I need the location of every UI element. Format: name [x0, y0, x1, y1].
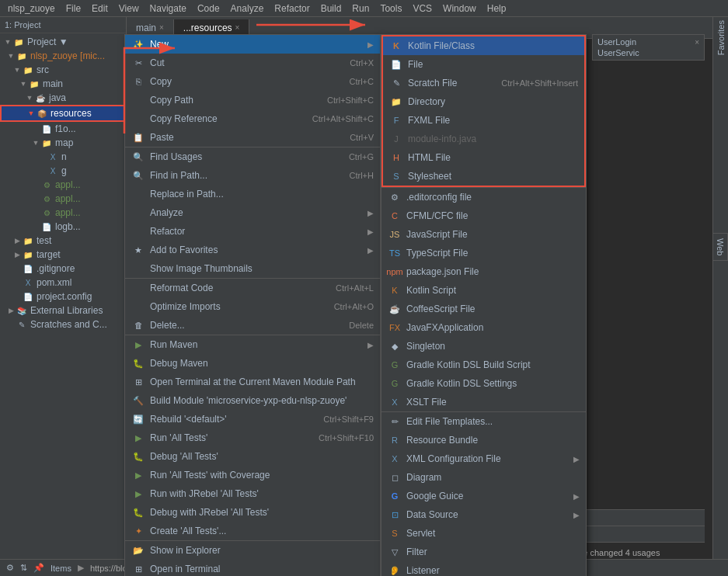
- sub-xml-config[interactable]: X XML Configuration File ▶: [381, 449, 586, 468]
- sub-listener[interactable]: 👂 Listener: [381, 561, 586, 576]
- web-tab[interactable]: Web: [712, 233, 728, 261]
- ctx-find-path[interactable]: 🔍 Find in Path... Ctrl+H: [125, 166, 380, 185]
- ctx-refactor[interactable]: Refactor ▶: [125, 222, 380, 241]
- sub-servlet[interactable]: S Servlet: [381, 524, 586, 543]
- ctx-replace[interactable]: Replace in Path...: [125, 185, 380, 203]
- sub-xslt[interactable]: X XSLT File: [381, 393, 586, 411]
- ctx-coverage[interactable]: ▶ Run 'All Tests' with Coverage: [125, 466, 380, 484]
- sub-package-json[interactable]: npm package.json File: [381, 262, 586, 281]
- tree-file1[interactable]: 📄 f1o...: [0, 122, 126, 136]
- ctx-open-in-terminal[interactable]: ⊞ Open in Terminal: [125, 560, 380, 576]
- tree-mapper-g[interactable]: X g: [0, 164, 126, 178]
- sub-kotlin-script[interactable]: K Kotlin Script: [381, 281, 586, 300]
- ctx-run-tests[interactable]: ▶ Run 'All Tests' Ctrl+Shift+F10: [125, 429, 380, 447]
- sub-filter[interactable]: ▽ Filter: [381, 543, 586, 561]
- tree-project-config[interactable]: 📄 project.config: [0, 290, 126, 304]
- tree-pom[interactable]: X pom.xml: [0, 276, 126, 290]
- sub-editorconfig[interactable]: ⚙ .editorconfig file: [381, 187, 586, 206]
- tree-ext-lib[interactable]: ▶ 📚 External Libraries: [0, 304, 126, 317]
- ctx-analyze[interactable]: Analyze ▶: [125, 203, 380, 222]
- ctx-optimize[interactable]: Optimize Imports Ctrl+Alt+O: [125, 297, 380, 316]
- items-expand-icon[interactable]: ▶: [78, 563, 84, 573]
- ctx-copy-ref[interactable]: Copy Reference Ctrl+Alt+Shift+C: [125, 109, 380, 128]
- sub-kotlin-class[interactable]: K Kotlin File/Class: [383, 36, 584, 55]
- sub-edit-templates[interactable]: ✏ Edit File Templates...: [381, 411, 586, 431]
- ctx-build-module[interactable]: 🔨 Build Module 'microservice-yxp-edu-nls…: [125, 391, 380, 410]
- ctx-debug-maven[interactable]: 🐛 Debug Maven: [125, 354, 380, 373]
- ctx-jrebel-debug[interactable]: 🐛 Debug with JRebel 'All Tests': [125, 503, 380, 522]
- sub-typescript[interactable]: TS TypeScript File: [381, 244, 586, 262]
- sub-cfml[interactable]: C CFML/CFC file: [381, 206, 586, 225]
- sub-module-info[interactable]: J module-info.java: [383, 130, 584, 148]
- tree-main[interactable]: ▼ 📁 main: [0, 77, 126, 91]
- sub-diagram[interactable]: ◻ Diagram: [381, 468, 586, 487]
- tree-mapper[interactable]: ▼ 📁 map: [0, 136, 126, 150]
- sub-javascript[interactable]: JS JavaScript File: [381, 225, 586, 244]
- ctx-find-usages[interactable]: 🔍 Find Usages Ctrl+G: [125, 147, 380, 166]
- tree-nlsp-zuoye[interactable]: ▼ 📁 nlsp_zuoye [mic...: [0, 49, 126, 63]
- ctx-copy-path[interactable]: Copy Path Ctrl+Shift+C: [125, 91, 380, 109]
- ctx-paste[interactable]: 📋 Paste Ctrl+V: [125, 128, 380, 147]
- menu-refactor[interactable]: Refactor: [270, 2, 314, 16]
- menu-navigate[interactable]: Navigate: [145, 2, 191, 16]
- sub-coffeescript[interactable]: ☕ CoffeeScript File: [381, 300, 586, 318]
- menu-code[interactable]: Code: [193, 2, 225, 16]
- ctx-delete[interactable]: 🗑 Delete... Delete: [125, 316, 380, 335]
- tree-appl1[interactable]: ⚙ appl...: [0, 178, 126, 192]
- sub-gradle-build[interactable]: G Gradle Kotlin DSL Build Script: [381, 356, 586, 374]
- tree-src[interactable]: ▼ 📁 src: [0, 63, 126, 77]
- ctx-copy[interactable]: ⎘ Copy Ctrl+C: [125, 72, 380, 91]
- sub-singleton[interactable]: ◆ Singleton: [381, 337, 586, 356]
- ctx-reformat[interactable]: Reformat Code Ctrl+Alt+L: [125, 278, 380, 297]
- menu-analyze[interactable]: Analyze: [226, 2, 269, 16]
- sub-file[interactable]: 📄 File: [383, 55, 584, 74]
- sort-icon-bottom[interactable]: ⇅: [20, 563, 27, 573]
- menu-build[interactable]: Build: [316, 2, 347, 16]
- tree-scratches[interactable]: ✎ Scratches and C...: [0, 317, 126, 331]
- ctx-jrebel-run[interactable]: ▶ Run with JRebel 'All Tests': [125, 484, 380, 503]
- tree-gitignore[interactable]: 📄 .gitignore: [0, 262, 126, 276]
- tree-target[interactable]: ▶ 📁 target: [0, 248, 126, 262]
- tree-mapper-n[interactable]: X n: [0, 150, 126, 164]
- menu-vcs[interactable]: VCS: [408, 2, 437, 16]
- ctx-rebuild[interactable]: 🔄 Rebuild '<default>' Ctrl+Shift+F9: [125, 410, 380, 429]
- tab-resources-close[interactable]: ×: [235, 23, 240, 32]
- favorites-tab[interactable]: Favorites: [716, 20, 726, 55]
- menu-run[interactable]: Run: [347, 2, 374, 16]
- menu-file[interactable]: File: [61, 2, 85, 16]
- ctx-run-maven[interactable]: ▶ Run Maven ▶: [125, 335, 380, 354]
- menu-window[interactable]: Window: [438, 2, 481, 16]
- tree-project-root[interactable]: ▼ 📁 Project ▼: [0, 35, 126, 49]
- sub-data-source[interactable]: ⊡ Data Source ▶: [381, 505, 586, 524]
- sub-google-guice[interactable]: G Google Guice ▶: [381, 487, 586, 505]
- menu-tools[interactable]: Tools: [375, 2, 406, 16]
- tree-test[interactable]: ▶ 📁 test: [0, 234, 126, 248]
- sub-fxml[interactable]: F FXML File: [383, 111, 584, 130]
- menu-help[interactable]: Help: [482, 2, 511, 16]
- menu-nlsp[interactable]: nlsp_zuoye: [3, 2, 60, 16]
- ctx-show-explorer[interactable]: 📂 Show in Explorer: [125, 540, 380, 560]
- ctx-create-tests[interactable]: ✦ Create 'All Tests'...: [125, 522, 380, 540]
- tab-main-close[interactable]: ×: [159, 23, 164, 32]
- pin-icon-bottom[interactable]: 📌: [33, 563, 44, 573]
- ctx-open-terminal[interactable]: ⊞ Open Terminal at the Current Maven Mod…: [125, 373, 380, 391]
- sub-javafx[interactable]: FX JavaFXApplication: [381, 318, 586, 337]
- sub-scratch[interactable]: ✎ Scratch File Ctrl+Alt+Shift+Insert: [383, 74, 584, 92]
- ctx-debug-tests[interactable]: 🐛 Debug 'All Tests': [125, 447, 380, 466]
- sub-html[interactable]: H HTML File: [383, 148, 584, 167]
- ctx-favorites[interactable]: ★ Add to Favorites ▶: [125, 241, 380, 259]
- ctx-cut[interactable]: ✂ Cut Ctrl+X: [125, 54, 380, 72]
- tree-resources[interactable]: ▼ 📦 resources: [0, 105, 126, 122]
- sub-stylesheet[interactable]: S Stylesheet: [383, 167, 584, 186]
- tree-appl2[interactable]: ⚙ appl...: [0, 192, 126, 206]
- menu-edit[interactable]: Edit: [87, 2, 113, 16]
- sub-directory[interactable]: 📁 Directory: [383, 92, 584, 111]
- ctx-thumbnails[interactable]: Show Image Thumbnails: [125, 259, 380, 278]
- ctx-new[interactable]: ✨ New ▶: [125, 35, 380, 54]
- user-panel-close[interactable]: ×: [695, 38, 699, 47]
- tree-appl3[interactable]: ⚙ appl...: [0, 206, 126, 220]
- sub-resource-bundle[interactable]: R Resource Bundle: [381, 431, 586, 449]
- sub-gradle-settings[interactable]: G Gradle Kotlin DSL Settings: [381, 374, 586, 393]
- gear-icon-bottom[interactable]: ⚙: [6, 563, 14, 573]
- menu-view[interactable]: View: [114, 2, 144, 16]
